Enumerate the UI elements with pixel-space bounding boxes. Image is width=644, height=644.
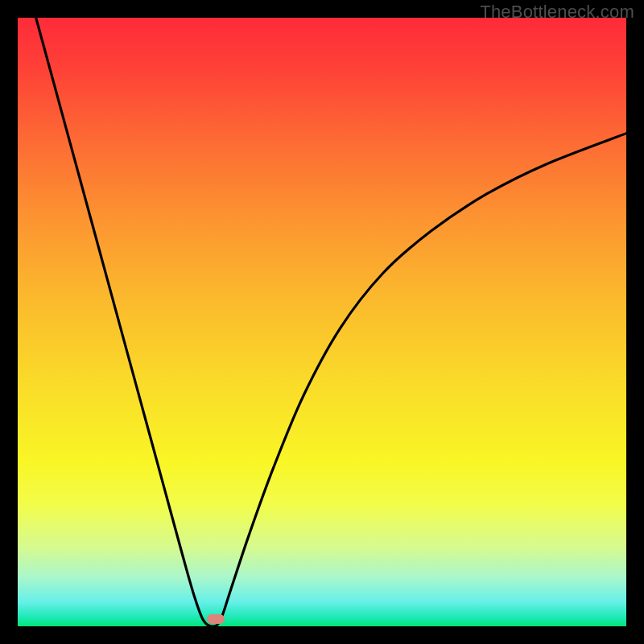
chart-container: TheBottleneck.com [0, 0, 644, 644]
vertex-marker [207, 614, 225, 624]
watermark-text: TheBottleneck.com [480, 2, 634, 23]
plot-area [18, 18, 626, 626]
curve-svg [18, 18, 626, 626]
bottleneck-curve [36, 18, 626, 626]
